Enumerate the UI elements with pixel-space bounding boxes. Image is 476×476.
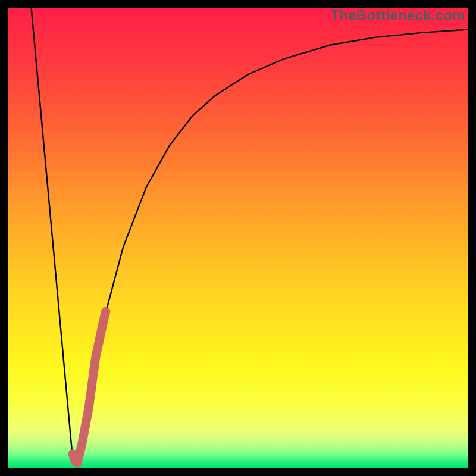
bottleneck-curve — [32, 8, 468, 463]
chart-frame: TheBottleneck.com — [0, 0, 476, 476]
curve-layer — [8, 8, 468, 468]
highlight-segment — [73, 312, 106, 464]
watermark-text: TheBottleneck.com — [331, 7, 465, 24]
plot-area — [8, 8, 468, 468]
